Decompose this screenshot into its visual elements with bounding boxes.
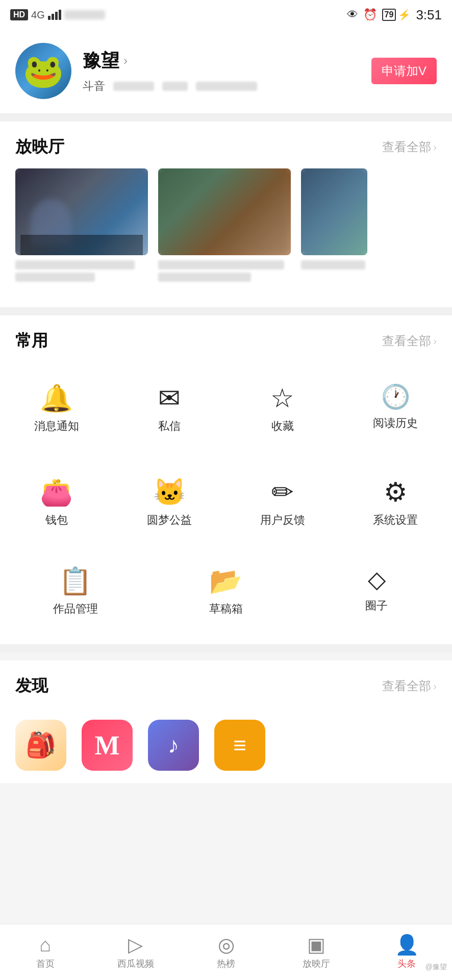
nav-profile[interactable]: 👤 头条 @豫望 <box>362 930 452 975</box>
works-label: 作品管理 <box>53 601 98 617</box>
hot-icon: ◎ <box>218 935 235 954</box>
nav-screening[interactable]: ▣ 放映厅 <box>271 930 362 975</box>
meta-blur-1 <box>113 82 154 91</box>
nav-screening-label: 放映厅 <box>303 958 330 970</box>
icon-favorite[interactable]: ☆ 收藏 <box>226 373 339 446</box>
screening-view-all[interactable]: 查看全部 › <box>382 139 437 155</box>
icon-charity[interactable]: 🐱 圆梦公益 <box>113 467 227 540</box>
profile-left[interactable]: 🐸 豫望 › 斗音 <box>15 43 257 99</box>
caption-blur-1b <box>15 273 95 282</box>
discover-app-1[interactable]: 🎒 <box>15 720 66 771</box>
app-icon-xigua[interactable]: ≡ <box>214 720 265 771</box>
feedback-label: 用户反馈 <box>260 512 305 528</box>
icon-feedback[interactable]: ✏ 用户反馈 <box>226 467 339 540</box>
video-caption-3 <box>301 260 372 270</box>
video-card-3[interactable] <box>301 168 372 282</box>
video-card-1[interactable] <box>15 168 148 282</box>
discover-app-2[interactable]: M <box>82 720 133 771</box>
discover-app-3[interactable]: ♪ <box>148 720 199 771</box>
battery-level: 79 <box>382 9 396 21</box>
bottom-nav: ⌂ 首页 ▷ 西瓜视频 ◎ 热榜 ▣ 放映厅 👤 头条 @豫望 <box>0 924 452 980</box>
xigua-symbol: ≡ <box>233 732 246 758</box>
screening-section: 放映厅 查看全部 › <box>0 121 452 307</box>
signal-bars <box>48 10 61 20</box>
discover-header: 发现 查看全部 › <box>0 660 452 707</box>
thumb-blur-3 <box>301 168 367 255</box>
nav-xigua[interactable]: ▷ 西瓜视频 <box>90 930 181 975</box>
xigua-nav-icon: ▷ <box>128 935 143 954</box>
settings-icon: ⚙ <box>384 479 408 505</box>
meta-blur-2 <box>162 82 188 91</box>
favorite-icon: ☆ <box>270 385 294 411</box>
status-left: HD 4G <box>10 9 105 21</box>
history-label: 阅读历史 <box>373 415 418 431</box>
divider-1 <box>0 113 452 121</box>
alarm-icon: ⏰ <box>363 8 377 21</box>
wallet-icon: 👛 <box>40 479 73 505</box>
avatar[interactable]: 🐸 <box>15 43 71 99</box>
common-section: 常用 查看全部 › 🔔 消息通知 ✉ 私信 ☆ 收藏 🕐 阅读历史 👛 钱包 <box>0 315 452 644</box>
meta-blur-3 <box>196 82 257 91</box>
video-card-2[interactable] <box>158 168 291 282</box>
common-chevron-icon: › <box>433 335 437 347</box>
video-thumb-2[interactable] <box>158 168 291 255</box>
hd-badge: HD <box>10 9 28 20</box>
signal-text: 4G <box>31 9 45 21</box>
app-icon-toutiao[interactable]: 🎒 <box>15 720 66 771</box>
m-symbol: M <box>94 730 119 761</box>
feedback-icon: ✏ <box>271 479 294 505</box>
battery-indicator: 79 ⚡ <box>382 9 411 21</box>
discover-title: 发现 <box>15 675 48 697</box>
discover-apps: 🎒 M ♪ ≡ <box>0 707 452 783</box>
works-icon: 📋 <box>59 568 92 594</box>
app-icon-m[interactable]: M <box>82 720 133 771</box>
nav-corner-username: @豫望 <box>425 963 447 972</box>
screening-header: 放映厅 查看全部 › <box>0 121 452 168</box>
nav-hot-label: 热榜 <box>217 958 235 970</box>
common-header: 常用 查看全部 › <box>0 315 452 362</box>
app-icon-douyin[interactable]: ♪ <box>148 720 199 771</box>
video-thumb-3[interactable] <box>301 168 367 255</box>
profile-chevron-icon: › <box>123 54 128 68</box>
icon-history[interactable]: 🕐 阅读历史 <box>339 373 453 446</box>
draft-label: 草稿箱 <box>209 601 243 617</box>
icon-draft[interactable]: 📂 草稿箱 <box>150 555 301 629</box>
discover-view-all[interactable]: 查看全部 › <box>382 678 437 694</box>
discover-section: 发现 查看全部 › 🎒 M ♪ ≡ <box>0 660 452 783</box>
discover-app-4[interactable]: ≡ <box>214 720 265 771</box>
eye-icon: 👁 <box>347 8 358 21</box>
video-thumb-1[interactable] <box>15 168 148 255</box>
caption-blur-1a <box>15 260 135 270</box>
history-icon: 🕐 <box>381 385 410 408</box>
avatar-image: 🐸 <box>23 55 64 87</box>
divider-3 <box>0 644 452 652</box>
common-row-3: 📋 作品管理 📂 草稿箱 ◇ 圈子 <box>0 550 452 634</box>
common-title: 常用 <box>15 330 48 352</box>
nav-profile-label: 头条 <box>397 958 416 970</box>
profile-name: 豫望 <box>83 48 119 74</box>
common-row-2: 👛 钱包 🐱 圆梦公益 ✏ 用户反馈 ⚙ 系统设置 <box>0 456 452 550</box>
status-bar: HD 4G 👁 ⏰ 79 ⚡ 3:51 <box>0 0 452 29</box>
home-icon: ⌂ <box>39 935 51 954</box>
icon-works[interactable]: 📋 作品管理 <box>0 555 150 629</box>
divider-2 <box>0 307 452 315</box>
apply-v-button[interactable]: 申请加V <box>371 58 437 84</box>
icon-notification[interactable]: 🔔 消息通知 <box>0 373 113 446</box>
douyin-symbol: ♪ <box>168 732 179 758</box>
draft-icon: 📂 <box>209 568 242 594</box>
charity-label: 圆梦公益 <box>147 512 192 528</box>
caption-blur-2b <box>158 273 251 282</box>
toutiao-symbol: 🎒 <box>26 731 56 760</box>
common-view-all[interactable]: 查看全部 › <box>382 333 437 349</box>
profile-name-row[interactable]: 豫望 › <box>83 48 257 74</box>
icon-wallet[interactable]: 👛 钱包 <box>0 467 113 540</box>
icon-settings[interactable]: ⚙ 系统设置 <box>339 467 453 540</box>
profile-nav-icon: 👤 <box>395 935 419 954</box>
nav-home[interactable]: ⌂ 首页 <box>0 930 90 975</box>
screening-nav-icon: ▣ <box>307 935 325 954</box>
circle-icon: ◇ <box>368 568 386 591</box>
nav-hot[interactable]: ◎ 热榜 <box>181 930 271 975</box>
icon-circle[interactable]: ◇ 圈子 <box>302 555 452 629</box>
discover-chevron-icon: › <box>433 680 437 692</box>
icon-message[interactable]: ✉ 私信 <box>113 373 227 446</box>
